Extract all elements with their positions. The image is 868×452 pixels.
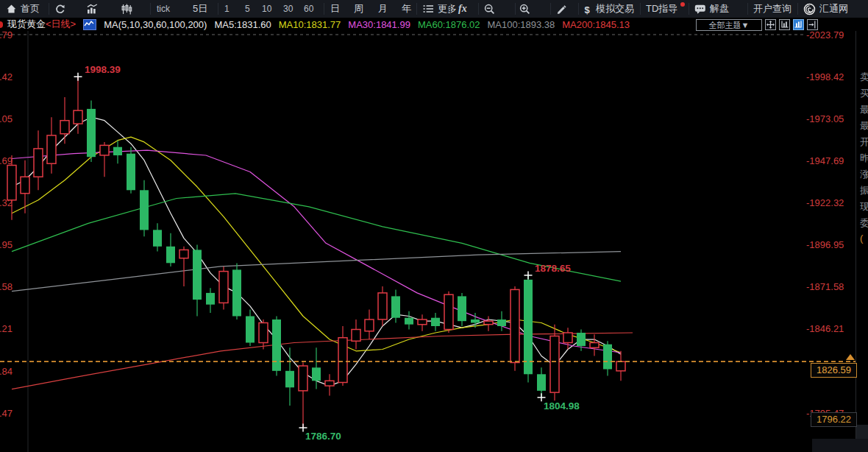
toolbar-separator — [515, 3, 516, 15]
clipped-quote-label: 卖 — [860, 71, 868, 82]
candlestick-icon — [121, 4, 132, 15]
price-axis-label-clipped: 1947.69 — [0, 155, 13, 166]
clipped-quote-label: 最 — [860, 119, 868, 131]
toolbar-item-huitong[interactable]: 汇通网 — [803, 0, 848, 18]
toolbar-item-fx[interactable]: fx — [458, 0, 467, 18]
toolbar-item-label: tick — [157, 4, 170, 14]
toolbar-item-jiepan[interactable]: 解盘 — [694, 0, 729, 18]
clipped-quote-label: 涨 — [860, 168, 868, 180]
toolbar-item-draw[interactable] — [556, 0, 567, 18]
toolbar-item-label: 5日 — [193, 2, 207, 15]
svg-text:1998.39: 1998.39 — [85, 64, 121, 75]
toolbar-item-label: 日 — [330, 2, 340, 15]
bar-chart-icon — [87, 4, 98, 14]
ma-legend-item: MA200:1845.13 — [562, 19, 630, 30]
toolbar-item-label: 月 — [378, 2, 388, 15]
toolbar-item-refresh[interactable] — [54, 0, 65, 18]
notification-badge — [680, 2, 685, 7]
toolbar-item-period-1[interactable]: 1 — [224, 0, 230, 18]
toolbar-item-candle-chart-mode[interactable] — [121, 0, 132, 18]
toolbar-item-zoom-in[interactable] — [519, 0, 530, 18]
toolbar-item-label: 解盘 — [710, 2, 729, 15]
toolbar-item-td-guide[interactable]: TD指导 — [646, 0, 677, 18]
toolbar-separator — [797, 3, 798, 15]
ma-legend-item: MA100:1893.38 — [487, 19, 555, 30]
right-axis-chart-icon[interactable] — [793, 19, 804, 30]
right-panel-divider — [855, 31, 856, 452]
toolbar-item-period-month[interactable]: 月 — [378, 0, 388, 18]
toolbar-item-period-day[interactable]: 日 — [330, 0, 340, 18]
chat-icon — [694, 4, 706, 15]
left-edge-fragment — [0, 21, 3, 28]
menu-list-icon — [423, 4, 434, 14]
price-axis-label-clipped: 1846.21 — [0, 323, 13, 334]
toolbar-item-label: 5 — [245, 4, 250, 14]
toolbar-item-label: 首页 — [21, 2, 40, 15]
toolbar-item-label: 汇通网 — [819, 2, 848, 15]
toolbar-item-line-chart-mode[interactable] — [87, 0, 98, 18]
legend-row: 现货黄金<日线> MA(5,10,30,60,100,200) MA5:1831… — [0, 18, 868, 31]
toolbar-separator — [689, 3, 689, 15]
current-price-box: 1826.59 — [811, 363, 857, 378]
left-axis-chart-icon[interactable] — [779, 19, 790, 30]
price-up-arrow-icon — [846, 354, 855, 360]
pane-arrow-icon[interactable] — [807, 19, 818, 30]
toolbar-item-sim-trading[interactable]: $模拟交易 — [584, 0, 634, 18]
clipped-quote-label: 最 — [860, 103, 868, 115]
ma-legend-item: MA60:1876.02 — [418, 19, 480, 30]
toolbar-item-period-year[interactable]: 年 — [402, 0, 411, 18]
toolbar-separator — [416, 3, 417, 15]
toolbar-item-account-query[interactable]: 开户查询 — [753, 0, 791, 18]
price-axis-label: -1871.58 — [806, 281, 844, 292]
toolbar-item-period-week[interactable]: 周 — [354, 0, 363, 18]
clipped-quote-label: 开 — [860, 135, 868, 147]
clipped-quote-label: 现 — [860, 200, 868, 212]
toolbar-separator — [324, 3, 324, 15]
toolbar-item-label: 10 — [262, 4, 271, 14]
price-axis-label-clipped: 1922.32 — [0, 197, 13, 208]
zoom-in-icon — [519, 4, 530, 15]
bottom-right-scroll-area — [812, 439, 868, 452]
toolbar-separator — [150, 3, 151, 15]
ma-legend: MA5:1831.60MA10:1831.77MA30:1841.99MA60:… — [214, 19, 630, 30]
toolbar-separator — [218, 3, 218, 15]
toolbar-item-label: 模拟交易 — [596, 2, 634, 15]
price-axis-label-clipped: 1896.95 — [0, 239, 13, 250]
toolbar-item-label: 1 — [224, 4, 230, 14]
price-axis-label: -1922.32 — [806, 197, 844, 208]
toolbar-item-tick[interactable]: tick — [157, 0, 170, 18]
price-axis-label-clipped: 1871.58 — [0, 281, 13, 292]
toolbar-item-label: fx — [458, 3, 467, 15]
price-axis-label-clipped: 1998.42 — [0, 71, 13, 82]
toolbar-separator — [640, 3, 641, 15]
toolbar-item-period-10[interactable]: 10 — [262, 0, 271, 18]
period-tag: <日线> — [46, 18, 76, 29]
toolbar-item-more[interactable]: 更多 — [423, 0, 457, 18]
toolbar-item-label: 年 — [402, 2, 411, 15]
toolbar-item-period-5d[interactable]: 5日 — [193, 0, 207, 18]
price-axis-label: -1896.95 — [806, 239, 844, 250]
price-axis-label: -1947.69 — [806, 155, 844, 166]
huitong-logo-icon — [803, 3, 816, 15]
chart-canvas[interactable]: 1998.391878.651804.981786.70 — [0, 0, 868, 452]
svg-text:$: $ — [585, 4, 591, 15]
toolbar-item-period-5[interactable]: 5 — [245, 0, 250, 18]
theme-dropdown[interactable]: 全部主题▼ — [696, 19, 762, 31]
svg-text:1786.70: 1786.70 — [305, 431, 341, 442]
toolbar-item-label: TD指导 — [646, 2, 677, 15]
toolbar-separator — [550, 3, 551, 15]
home-icon — [6, 4, 17, 14]
clipped-quote-label: ( — [860, 233, 868, 244]
toolbar-separator — [747, 3, 748, 15]
toolbar-item-zoom-out[interactable] — [484, 0, 495, 18]
ma-group-label: MA(5,10,30,60,100,200) — [104, 19, 207, 30]
toolbar-item-period-60[interactable]: 60 — [304, 0, 313, 18]
toolbar-item-label: 周 — [354, 2, 363, 15]
expand-icon[interactable] — [765, 19, 776, 30]
price-axis-label-clipped: 1795.47 — [0, 408, 13, 419]
price-axis-label-clipped: 1820.84 — [0, 366, 13, 377]
dollar-icon: $ — [584, 4, 592, 15]
pencil-icon — [556, 4, 567, 15]
toolbar-item-period-30[interactable]: 30 — [283, 0, 293, 18]
toolbar-item-home[interactable]: 首页 — [6, 0, 40, 18]
